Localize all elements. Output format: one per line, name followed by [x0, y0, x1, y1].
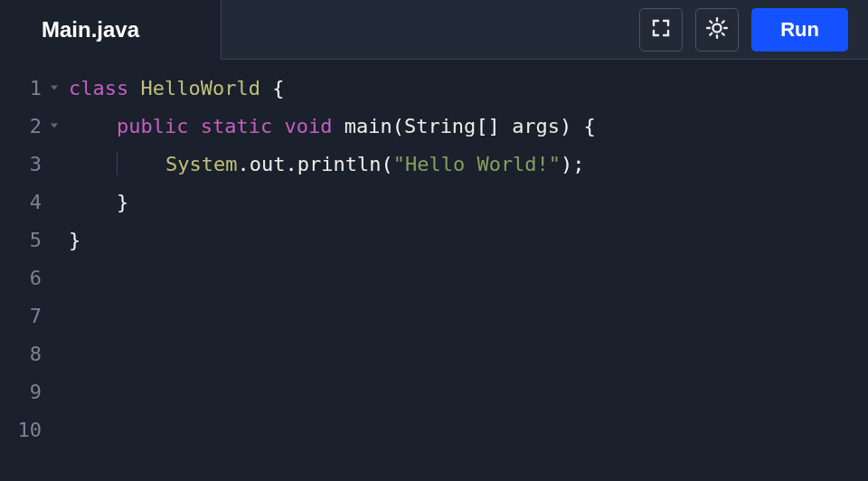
code-token: ( [381, 153, 392, 175]
code-token: public [117, 115, 201, 137]
gutter-line: 9 [0, 373, 60, 410]
run-button-label: Run [780, 18, 819, 42]
svg-line-8 [722, 21, 724, 23]
code-line[interactable]: } [69, 183, 868, 221]
gutter-line: 2 [0, 107, 60, 145]
gutter: 12345678910 [0, 67, 60, 481]
theme-toggle-button[interactable] [695, 8, 739, 52]
gutter-line: 7 [0, 297, 60, 335]
code-line[interactable]: class HelloWorld { [69, 69, 868, 107]
code-line[interactable] [69, 410, 868, 448]
gutter-line: 3 [0, 145, 60, 183]
sun-icon [705, 16, 729, 43]
code-token: main [344, 115, 392, 137]
fold-icon[interactable] [51, 124, 58, 128]
gutter-line: 1 [0, 69, 60, 107]
file-tab[interactable]: Main.java [0, 0, 221, 60]
gutter-line: 5 [0, 221, 60, 259]
code-line[interactable]: } [69, 221, 868, 259]
code-line[interactable]: public static void main(String[] args) { [69, 107, 868, 145]
gutter-line: 10 [0, 410, 60, 448]
fullscreen-button[interactable] [639, 8, 683, 52]
code-token: args [512, 115, 560, 137]
gutter-line: 8 [0, 335, 60, 373]
code-token: ( [392, 115, 404, 137]
code-token: . [285, 153, 297, 175]
code-token: class [69, 77, 140, 99]
code-editor-app: Main.java [0, 0, 868, 481]
code-line[interactable] [69, 259, 868, 297]
code-token: . [237, 153, 249, 175]
svg-line-5 [711, 21, 712, 23]
toolbar: Run [221, 0, 868, 60]
file-tab-title: Main.java [42, 17, 139, 42]
code-line[interactable] [69, 297, 868, 335]
svg-line-7 [711, 33, 712, 34]
code-line[interactable] [69, 373, 868, 410]
code-token: println [297, 153, 382, 175]
gutter-line: 6 [0, 259, 60, 297]
code-token: String [404, 115, 476, 137]
code-token: out [250, 153, 286, 175]
code-token: "Hello World!" [393, 153, 561, 175]
gutter-line: 4 [0, 183, 60, 221]
code-line[interactable]: System.out.println("Hello World!"); [69, 145, 868, 183]
code-token: void [284, 115, 344, 137]
topbar: Main.java [0, 0, 868, 60]
code-token: { [272, 77, 284, 99]
svg-point-0 [713, 24, 722, 32]
code-area[interactable]: class HelloWorld { public static void ma… [60, 67, 868, 481]
code-token: } [69, 229, 80, 251]
code-token: [] [476, 115, 512, 137]
editor[interactable]: 12345678910 class HelloWorld { public st… [0, 60, 868, 481]
svg-line-6 [722, 33, 724, 34]
code-line[interactable] [69, 335, 868, 373]
fullscreen-icon [650, 17, 672, 42]
code-token: ); [561, 153, 585, 175]
code-token: System [165, 153, 237, 175]
fold-icon[interactable] [51, 86, 58, 90]
run-button[interactable]: Run [751, 8, 848, 52]
code-token: static [201, 115, 285, 137]
code-token: HelloWorld [140, 77, 272, 99]
code-token: } [117, 191, 128, 213]
code-token: ) { [560, 115, 596, 137]
